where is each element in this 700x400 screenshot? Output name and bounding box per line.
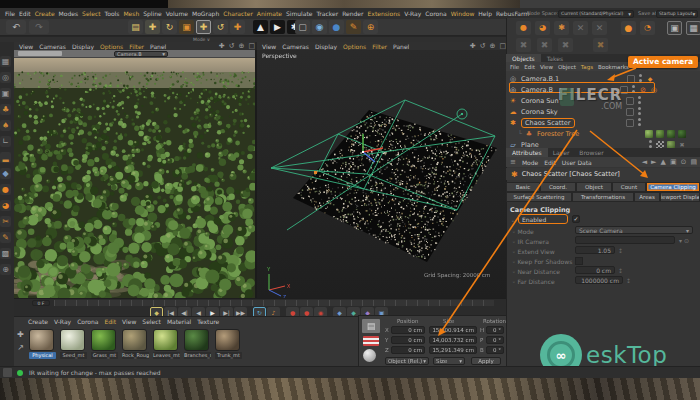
obj-menu-edit[interactable]: Edit: [524, 64, 535, 70]
stepper-icon[interactable]: ↕: [618, 267, 623, 274]
mat-menu-vray[interactable]: V-Ray: [54, 318, 71, 325]
rot-b-input[interactable]: 0 °: [486, 346, 504, 354]
vp2-menu-cameras[interactable]: Cameras: [282, 43, 309, 50]
attr-tab-count[interactable]: Count: [612, 182, 646, 192]
corona-sphere-icon[interactable]: ●: [516, 21, 531, 35]
vp-menu-panel[interactable]: Panel: [150, 43, 166, 50]
checker-icon[interactable]: ▩: [0, 248, 11, 259]
maximize-icon[interactable]: □: [248, 42, 255, 50]
object-row-camera-b1[interactable]: ◎ Camera.B.1 ◆: [508, 73, 698, 84]
redo-button[interactable]: ↷: [29, 20, 49, 34]
hamburger-icon[interactable]: ≡: [510, 158, 516, 166]
nav-back-icon[interactable]: ◄: [642, 158, 647, 166]
scale-tool-button[interactable]: ▣: [179, 20, 194, 34]
orbit-icon[interactable]: ↺: [229, 42, 235, 50]
cube-icon[interactable]: ▦: [0, 56, 11, 67]
corner-icon[interactable]: ∟: [0, 136, 11, 147]
target-tag-icon[interactable]: [620, 86, 628, 94]
menu-create[interactable]: Create: [35, 10, 55, 17]
far-distance-input[interactable]: 1000000 cm: [575, 276, 623, 284]
move-tool-button[interactable]: ✚: [145, 20, 160, 34]
material-tag-icon[interactable]: [645, 130, 653, 138]
vfb-frame-icon[interactable]: ▣: [667, 21, 682, 35]
add-material-button[interactable]: ✚: [15, 329, 26, 340]
attr-menu-edit[interactable]: Edit: [544, 159, 556, 166]
scatter-tool-icon[interactable]: ✖: [516, 38, 531, 52]
attr-tab-basic[interactable]: Basic: [506, 182, 540, 192]
size-x-input[interactable]: 15,000.914 cm: [429, 326, 477, 334]
menu-modes[interactable]: Modes: [59, 10, 78, 17]
material-tag-icon[interactable]: [656, 130, 664, 138]
mat-menu-material[interactable]: Material: [167, 318, 191, 325]
pan-icon[interactable]: ✚: [219, 42, 225, 50]
tab-objects[interactable]: Objects: [506, 54, 541, 62]
material-item[interactable]: Grass_mt: [91, 329, 118, 359]
anima-figure-icon[interactable]: ✱: [554, 21, 569, 35]
dim-tool-icon[interactable]: ✕: [573, 21, 588, 35]
size-z-input[interactable]: 15,291.349 cm: [429, 346, 477, 354]
vp2-menu-view[interactable]: View: [262, 43, 276, 50]
menu-animate[interactable]: Animate: [257, 10, 282, 17]
attr-tab-camera-clipping[interactable]: Camera Clipping: [646, 182, 700, 192]
render-view-button[interactable]: ▲: [253, 20, 268, 34]
vp-menu-view[interactable]: View: [19, 43, 33, 50]
near-distance-input[interactable]: 0 cm: [575, 266, 615, 274]
obj-menu-object[interactable]: Object: [558, 64, 576, 70]
menu-vray[interactable]: V-Ray: [404, 10, 421, 17]
attr-tab-areas[interactable]: Areas: [634, 192, 660, 202]
layout-dropdown[interactable]: Startup Layout▾: [656, 10, 698, 18]
layout-monitor-button[interactable]: ▢: [295, 20, 310, 34]
visibility-dots[interactable]: [632, 85, 636, 94]
tab-takes[interactable]: Takes: [541, 54, 569, 62]
obj-menu-bookmarks[interactable]: Bookmarks: [598, 64, 629, 70]
ir-camera-dropdown[interactable]: Camera.B▾: [114, 51, 168, 57]
mat-menu-select[interactable]: Select: [142, 318, 161, 325]
zoom-icon[interactable]: ⊕: [490, 42, 496, 50]
vp-menu-cameras[interactable]: Cameras: [39, 43, 66, 50]
rotate-alt-button[interactable]: ↺: [213, 20, 228, 34]
menu-simulate[interactable]: Simulate: [286, 10, 313, 17]
menu-rebusfarm[interactable]: RebusFarm: [496, 10, 529, 17]
zoom-icon[interactable]: ⊕: [239, 42, 245, 50]
protection-tag-icon[interactable]: ◆: [646, 75, 654, 83]
attr-menu-userdata[interactable]: User Data: [562, 159, 592, 166]
gpu-sphere-button[interactable]: ◉: [312, 20, 327, 34]
menu-file[interactable]: File: [5, 10, 15, 17]
object-row-chaos-scatter[interactable]: ✱ Chaos Scatter: [508, 117, 698, 128]
object-row-corona-sky[interactable]: ☁ Corona Sky: [508, 106, 698, 117]
mat-menu-corona[interactable]: Corona: [77, 318, 98, 325]
list-icon[interactable]: ▤: [690, 158, 697, 166]
pop-out-icon[interactable]: ↗: [15, 342, 26, 353]
object-row-camera-b[interactable]: ◎ Camera.B ⊘◎: [508, 84, 698, 95]
tree-icon[interactable]: ♣: [0, 104, 11, 115]
mat-menu-create[interactable]: Create: [28, 318, 48, 325]
target-tag-icon[interactable]: [626, 97, 634, 105]
nav-forward-icon[interactable]: ►: [651, 158, 656, 166]
visibility-dots[interactable]: [639, 74, 643, 83]
rot-p-input[interactable]: 0 °: [486, 336, 504, 344]
lock-icon[interactable]: ▣: [670, 158, 677, 166]
size-y-input[interactable]: 14,003.732 cm: [429, 336, 477, 344]
corona-camera-tag-icon[interactable]: ◎: [650, 86, 658, 94]
attr-tab-coord[interactable]: Coord.: [540, 182, 576, 192]
grid-snap-button[interactable]: ▤: [128, 20, 143, 34]
corona-render-icon[interactable]: ●: [621, 21, 636, 35]
link-picker-icon[interactable]: ▾ ⊙: [679, 237, 689, 244]
menu-extensions[interactable]: Extensions: [368, 10, 401, 17]
tab-browser[interactable]: Browser: [574, 148, 608, 157]
tab-layer[interactable]: Layer: [548, 148, 575, 157]
menu-render[interactable]: Render: [342, 10, 363, 17]
target-icon[interactable]: ⊕: [0, 264, 11, 275]
pos-z-input[interactable]: 0 cm: [391, 346, 425, 354]
corona-ir-icon[interactable]: ◕: [0, 200, 11, 211]
object-row-forester-tree[interactable]: └ ♣ Forester Tree: [508, 128, 698, 139]
visibility-dots[interactable]: [638, 118, 642, 127]
vp-menu-display[interactable]: Display: [72, 43, 94, 50]
attr-tab-object[interactable]: Object: [576, 182, 612, 192]
block-tag-icon[interactable]: ⊘: [639, 86, 647, 94]
target-tag-icon[interactable]: [626, 108, 634, 116]
menu-tools[interactable]: Tools: [105, 10, 120, 17]
stepper-icon[interactable]: ↕: [618, 247, 623, 254]
scatter-tool-icon[interactable]: ✖: [537, 38, 552, 52]
pencil-icon[interactable]: ✎: [0, 232, 11, 243]
